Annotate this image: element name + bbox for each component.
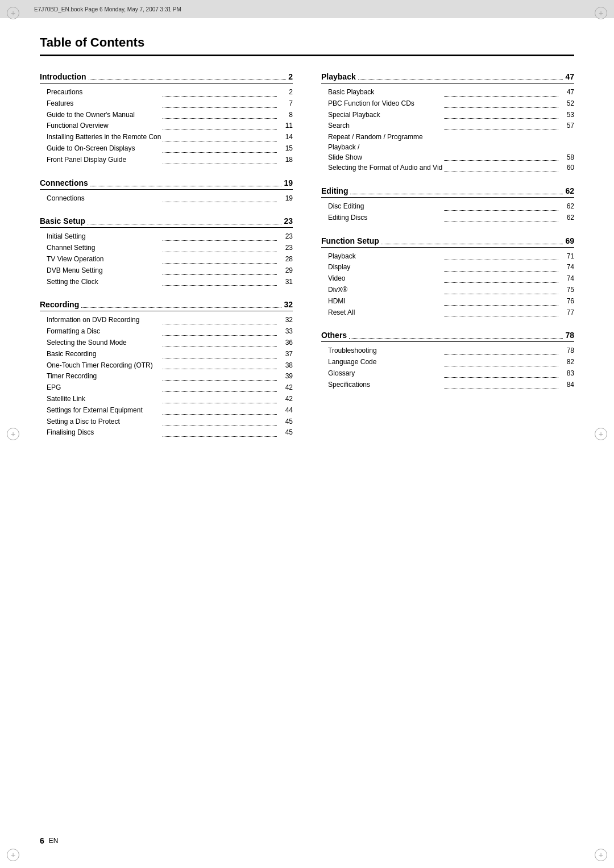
section-basic-setup: Basic Setup23Initial Setting23Channel Se…	[40, 216, 293, 287]
entry-title: DVB Menu Setting	[47, 265, 161, 277]
left-column: Introduction2Precautions2Features7Guide …	[40, 72, 293, 451]
entry-title: Video	[328, 273, 442, 285]
entry-page: 75	[560, 285, 574, 296]
dots	[163, 107, 277, 108]
entry-page: 33	[279, 326, 293, 337]
entry-title: Precautions	[47, 87, 161, 98]
toc-entry: Functional Overview11	[40, 120, 293, 132]
dots	[163, 240, 277, 241]
entry-page: 60	[560, 162, 574, 174]
section-heading-dots	[88, 224, 281, 224]
toc-entry: Search57	[321, 120, 574, 132]
toc-entry: Initial Setting23	[40, 231, 293, 243]
entry-title: Channel Setting	[47, 243, 161, 254]
toc-entry: PBC Function for Video CDs52	[321, 98, 574, 110]
dots	[163, 130, 277, 130]
entry-title: Language Code	[328, 357, 442, 368]
dots	[444, 130, 558, 130]
toc-grid: Introduction2Precautions2Features7Guide …	[40, 72, 574, 451]
toc-entry: Front Panel Display Guide18	[40, 155, 293, 166]
entry-page: 23	[279, 243, 293, 254]
toc-entry: Finalising Discs45	[40, 427, 293, 439]
entry-title: EPG	[47, 382, 161, 394]
toc-entry: DVB Menu Setting29	[40, 265, 293, 277]
entry-title: Disc Editing	[328, 201, 442, 212]
entry-title: One-Touch Timer Recording (OTR)	[47, 360, 161, 372]
entry-page: 14	[279, 132, 293, 143]
entry-page: 53	[560, 110, 574, 121]
entry-title: TV View Operation	[47, 254, 161, 265]
toc-entry: Playback71	[321, 251, 574, 262]
entry-title: Initial Setting	[47, 231, 161, 243]
toc-entry: Specifications84	[321, 379, 574, 391]
section-heading-title: Playback	[321, 72, 356, 81]
entry-page: 62	[560, 201, 574, 212]
dots	[444, 260, 558, 260]
dots	[163, 335, 277, 336]
section-others: Others78Troubleshooting78Language Code82…	[321, 331, 574, 390]
entry-title: Setting a Disc to Protect	[47, 416, 161, 428]
entry-title: Front Panel Display Guide	[47, 155, 161, 166]
toc-entry: Troubleshooting78	[321, 345, 574, 357]
toc-entry: Disc Editing62	[321, 201, 574, 212]
entry-page: 62	[560, 212, 574, 224]
toc-entry: DivX®75	[321, 285, 574, 296]
section-heading-dots	[350, 194, 563, 194]
entry-page: 58	[560, 152, 574, 162]
section-header-playback: Playback47	[321, 72, 574, 84]
section-header-others: Others78	[321, 331, 574, 342]
dots	[163, 358, 277, 358]
toc-entry: Reset All77	[321, 307, 574, 319]
entry-title: Selecting the Sound Mode	[47, 337, 161, 349]
reg-mark-tr	[595, 7, 607, 19]
dots	[444, 172, 558, 172]
entry-title: Functional Overview	[47, 120, 161, 132]
toc-entry: Basic Recording37	[40, 349, 293, 360]
section-heading-dots	[90, 186, 282, 186]
dots	[163, 152, 277, 153]
dots	[163, 252, 277, 252]
entry-title: DivX®	[328, 285, 442, 296]
section-header-basic-setup: Basic Setup23	[40, 216, 293, 228]
toc-entry: Language Code82	[321, 357, 574, 368]
entry-title: Information on DVD Recording	[47, 315, 161, 326]
section-heading-title: Basic Setup	[40, 216, 85, 226]
section-heading-page: 69	[565, 236, 574, 245]
entry-page: 77	[560, 307, 574, 319]
reg-mark-ml	[7, 428, 19, 440]
entry-page: 42	[279, 382, 293, 394]
entry-page: 31	[279, 277, 293, 288]
reg-mark-br	[595, 849, 607, 861]
entry-title: Guide to the Owner's Manual	[47, 110, 161, 121]
toc-entry: Video74	[321, 273, 574, 285]
section-heading-dots	[81, 307, 281, 308]
entry-page: 39	[279, 371, 293, 382]
right-column: Playback47Basic Playback47PBC Function f…	[321, 72, 574, 451]
section-function-setup: Function Setup69Playback71Display74Video…	[321, 236, 574, 319]
toc-entry: Special Playback53	[321, 110, 574, 121]
entry-title: Specifications	[328, 379, 442, 391]
toc-entry: Information on DVD Recording32	[40, 315, 293, 326]
section-header-introduction: Introduction2	[40, 72, 293, 84]
dots	[444, 305, 558, 306]
toc-entry: Basic Playback47	[321, 87, 574, 98]
entry-page: 44	[279, 405, 293, 416]
entry-title: PBC Function for Video CDs	[328, 98, 442, 110]
entry-title: Installing Batteries in the Remote Contr…	[47, 132, 161, 143]
section-heading-title: Others	[321, 331, 347, 340]
entry-title: Guide to On-Screen Displays	[47, 143, 161, 155]
entry-page: 47	[560, 87, 574, 98]
section-heading-dots	[358, 80, 563, 80]
entry-page: 57	[560, 120, 574, 132]
dots	[444, 96, 558, 97]
section-heading-dots	[89, 80, 287, 80]
section-heading-title: Connections	[40, 178, 88, 187]
section-heading-title: Recording	[40, 300, 79, 309]
dots	[163, 324, 277, 324]
entry-page: 32	[279, 315, 293, 326]
dots	[444, 316, 558, 316]
section-recording: Recording32Information on DVD Recording3…	[40, 300, 293, 439]
dots	[163, 425, 277, 425]
entry-page: 23	[279, 231, 293, 243]
toc-entry: Precautions2	[40, 87, 293, 98]
